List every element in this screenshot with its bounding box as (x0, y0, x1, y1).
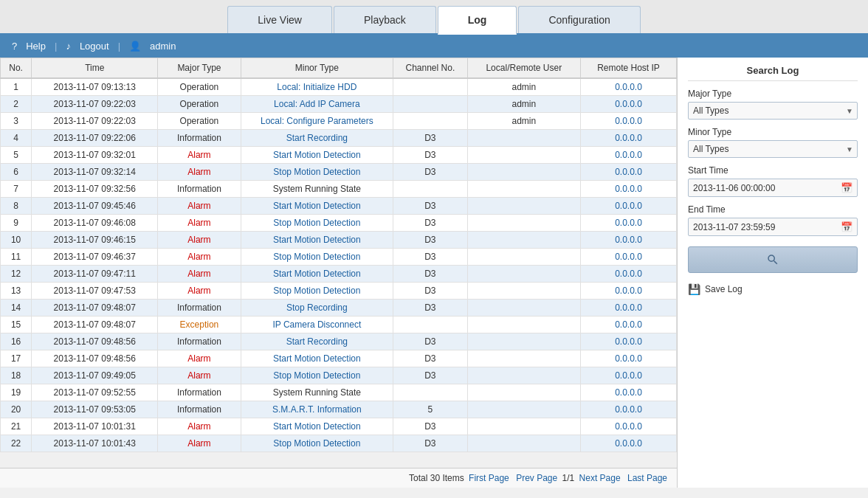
cell-channel (393, 78, 467, 96)
cell-no: 8 (1, 198, 32, 215)
cell-channel: D3 (393, 435, 467, 452)
cell-channel (393, 96, 467, 113)
cell-minor: Stop Motion Detection (241, 215, 393, 232)
last-page-link[interactable]: Last Page (627, 473, 667, 483)
cell-no: 12 (1, 266, 32, 283)
cell-time: 2013-11-07 09:48:07 (32, 317, 158, 333)
header-bar: ? Help | ♪ Logout | 👤 admin (0, 35, 868, 58)
prev-page-link[interactable]: Prev Page (516, 473, 557, 483)
tab-configuration[interactable]: Configuration (518, 6, 640, 33)
cell-minor: IP Camera Disconnect (241, 317, 393, 333)
cell-user (467, 333, 581, 350)
cell-channel: D3 (393, 283, 467, 300)
table-wrapper[interactable]: No. Time Major Type Minor Type Channel N… (0, 58, 677, 468)
cell-minor: Start Recording (241, 333, 393, 350)
cell-minor: System Running State (241, 181, 393, 198)
cell-major: Alarm (158, 198, 241, 215)
search-icon (766, 253, 779, 266)
logout-link[interactable]: Logout (80, 41, 109, 52)
start-time-label: Start Time (688, 165, 858, 176)
start-time-calendar-icon[interactable]: 📅 (836, 179, 857, 196)
cell-user (467, 147, 581, 164)
cell-user (467, 232, 581, 249)
cell-major: Information (158, 181, 241, 198)
start-time-input-wrapper: 2013-11-06 00:00:00 📅 (688, 179, 858, 197)
cell-no: 4 (1, 130, 32, 147)
cell-time: 2013-11-07 10:01:43 (32, 435, 158, 452)
cell-channel: D3 (393, 249, 467, 266)
cell-minor: Stop Motion Detection (241, 164, 393, 181)
table-row: 16 2013-11-07 09:48:56 Information Start… (1, 333, 677, 350)
major-type-select[interactable]: All Types Alarm Exception Information Op… (688, 102, 858, 120)
search-button[interactable] (688, 246, 858, 273)
end-time-calendar-icon[interactable]: 📅 (836, 218, 857, 235)
col-header-major: Major Type (158, 58, 241, 79)
first-page-link[interactable]: First Page (469, 473, 509, 483)
cell-no: 6 (1, 164, 32, 181)
tab-live-view[interactable]: Live View (227, 6, 332, 33)
cell-user: admin (467, 78, 581, 96)
cell-user (467, 164, 581, 181)
cell-minor: System Running State (241, 384, 393, 401)
cell-time: 2013-11-07 09:22:03 (32, 113, 158, 130)
cell-channel: D3 (393, 350, 467, 367)
table-row: 5 2013-11-07 09:32:01 Alarm Start Motion… (1, 147, 677, 164)
end-time-input[interactable]: 2013-11-07 23:59:59 (689, 219, 836, 235)
cell-ip: 0.0.0.0 (581, 164, 677, 181)
cell-no: 11 (1, 249, 32, 266)
cell-ip: 0.0.0.0 (581, 367, 677, 384)
cell-minor: Start Recording (241, 130, 393, 147)
minor-type-select[interactable]: All Types (688, 140, 858, 158)
col-header-no: No. (1, 58, 32, 79)
save-log-label: Save Log (705, 284, 743, 294)
cell-user (467, 300, 581, 317)
cell-channel: D3 (393, 333, 467, 350)
next-page-link[interactable]: Next Page (579, 473, 621, 483)
cell-user (467, 198, 581, 215)
table-row: 17 2013-11-07 09:48:56 Alarm Start Motio… (1, 350, 677, 367)
col-header-ip: Remote Host IP (581, 58, 677, 79)
help-link[interactable]: Help (26, 41, 46, 52)
cell-no: 2 (1, 96, 32, 113)
cell-no: 14 (1, 300, 32, 317)
cell-ip: 0.0.0.0 (581, 113, 677, 130)
table-row: 20 2013-11-07 09:53:05 Information S.M.A… (1, 401, 677, 418)
cell-no: 21 (1, 418, 32, 435)
cell-ip: 0.0.0.0 (581, 384, 677, 401)
user-icon: 👤 (129, 41, 141, 52)
table-row: 19 2013-11-07 09:52:55 Information Syste… (1, 384, 677, 401)
major-type-select-wrapper: All Types Alarm Exception Information Op… (688, 102, 858, 120)
cell-no: 18 (1, 367, 32, 384)
cell-major: Exception (158, 317, 241, 333)
cell-user (467, 418, 581, 435)
cell-minor: S.M.A.R.T. Information (241, 401, 393, 418)
cell-time: 2013-11-07 10:01:31 (32, 418, 158, 435)
separator-1: | (55, 41, 57, 52)
cell-major: Information (158, 300, 241, 317)
table-row: 4 2013-11-07 09:22:06 Information Start … (1, 130, 677, 147)
cell-ip: 0.0.0.0 (581, 283, 677, 300)
cell-user (467, 367, 581, 384)
cell-user (467, 283, 581, 300)
cell-major: Information (158, 333, 241, 350)
cell-no: 7 (1, 181, 32, 198)
minor-type-label: Minor Type (688, 127, 858, 137)
minor-type-field: Minor Type All Types ▼ (688, 127, 858, 158)
table-header-row: No. Time Major Type Minor Type Channel N… (1, 58, 677, 79)
cell-no: 19 (1, 384, 32, 401)
save-log-button[interactable]: 💾 Save Log (688, 280, 858, 298)
tab-playback[interactable]: Playback (334, 6, 436, 33)
cell-no: 20 (1, 401, 32, 418)
page-info: 1/1 (562, 473, 575, 483)
cell-channel (393, 113, 467, 130)
cell-time: 2013-11-07 09:22:03 (32, 96, 158, 113)
cell-time: 2013-11-07 09:49:05 (32, 367, 158, 384)
top-nav: Live View Playback Log Configuration (0, 0, 868, 35)
start-time-input[interactable]: 2013-11-06 00:00:00 (689, 180, 836, 196)
cell-ip: 0.0.0.0 (581, 198, 677, 215)
cell-time: 2013-11-07 09:32:01 (32, 147, 158, 164)
col-header-minor: Minor Type (241, 58, 393, 79)
cell-minor: Start Motion Detection (241, 147, 393, 164)
table-footer: Total 30 Items First Page Prev Page 1/1 … (0, 468, 677, 488)
tab-log[interactable]: Log (438, 6, 517, 35)
